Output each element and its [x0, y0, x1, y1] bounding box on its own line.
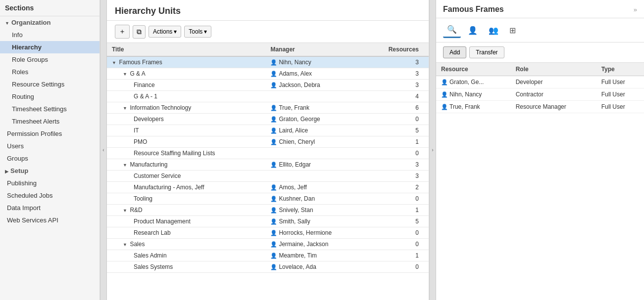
panel-col-type: Type	[596, 63, 644, 76]
person-icon: 👤	[270, 241, 277, 247]
table-row[interactable]: G & A - 14	[107, 91, 429, 102]
expand-icon: ▼	[123, 242, 128, 247]
panel-table-row[interactable]: 👤Graton, Ge...DeveloperFull User	[436, 76, 644, 88]
row-resources: 3	[365, 80, 429, 91]
panel-grid-icon-btn[interactable]: ⊞	[505, 23, 520, 38]
person-icon: 👤	[270, 139, 277, 145]
hierarchy-table-container: Title Manager Resources ▼ Famous Frames👤…	[107, 43, 429, 300]
expand-icon: ▼	[123, 72, 128, 77]
table-row[interactable]: PMO👤Chien, Cheryl1	[107, 136, 429, 148]
left-collapse-handle[interactable]: ‹	[100, 0, 107, 300]
table-row[interactable]: Sales Admin👤Meambre, Tim1	[107, 250, 429, 261]
table-row[interactable]: ▼ Information Technology👤True, Frank6	[107, 102, 429, 114]
sidebar-item-role-groups[interactable]: Role Groups	[0, 53, 99, 66]
panel-icons-bar: 🔍 👤 👥 ⊞	[436, 18, 644, 43]
timesheet-alerts-label: Timesheet Alerts	[12, 118, 59, 125]
row-manager: 👤True, Frank	[265, 102, 365, 114]
sidebar-header: Sections	[0, 0, 99, 16]
panel-table-row[interactable]: 👤True, FrankResource ManagerFull User	[436, 101, 644, 113]
sidebar-item-timesheet-alerts[interactable]: Timesheet Alerts	[0, 115, 99, 128]
resource-settings-label: Resource Settings	[12, 81, 64, 88]
table-row[interactable]: ▼ Sales👤Jermaine, Jackson0	[107, 239, 429, 250]
panel-person-icon-btn[interactable]: 👤	[464, 23, 482, 38]
table-row[interactable]: ▼ G & A👤Adams, Alex3	[107, 68, 429, 80]
sidebar-item-scheduled-jobs[interactable]: Scheduled Jobs	[0, 189, 99, 202]
panel-resources-table: Resource Role Type 👤Graton, Ge...Develop…	[436, 63, 644, 113]
panel-search-icon-btn[interactable]: 🔍	[443, 22, 461, 38]
sidebar-item-web-services-api[interactable]: Web Services API	[0, 214, 99, 226]
row-manager: 👤Chien, Cheryl	[265, 136, 365, 148]
sidebar: Sections Organization Info Hierarchy Rol…	[0, 0, 100, 300]
toolbar: ＋ ⧉ Actions ▾ Tools ▾	[107, 21, 429, 43]
row-resources: 2	[365, 182, 429, 193]
sidebar-item-setup[interactable]: Setup	[0, 165, 99, 177]
panel-row-resource: 👤True, Frank	[436, 101, 511, 113]
panel-row-resource: 👤Nihn, Nancy	[436, 88, 511, 101]
sidebar-item-permission-profiles[interactable]: Permission Profiles	[0, 128, 99, 140]
sidebar-item-resource-settings[interactable]: Resource Settings	[0, 78, 99, 90]
add-button[interactable]: ＋	[115, 25, 130, 39]
row-manager: 👤Smith, Sally	[265, 216, 365, 227]
setup-label: Setup	[10, 167, 28, 174]
table-row[interactable]: Finance👤Jackson, Debra3	[107, 80, 429, 91]
main-panel: Hierarchy Units ＋ ⧉ Actions ▾ Tools ▾ Ti…	[107, 0, 429, 300]
right-collapse-handle[interactable]: ›	[429, 0, 436, 300]
row-resources: 0	[365, 227, 429, 239]
row-title: Sales	[130, 241, 145, 248]
panel-row-type: Full User	[596, 88, 644, 101]
panel-table-row[interactable]: 👤Nihn, NancyContractorFull User	[436, 88, 644, 101]
sidebar-item-roles[interactable]: Roles	[0, 66, 99, 78]
row-title: IT	[134, 127, 139, 134]
row-resources: 0	[365, 239, 429, 250]
table-row[interactable]: Sales Systems👤Lovelace, Ada0	[107, 261, 429, 273]
sidebar-item-organization[interactable]: Organization	[0, 16, 99, 29]
sidebar-item-info[interactable]: Info	[0, 29, 99, 41]
sidebar-item-data-import[interactable]: Data Import	[0, 202, 99, 214]
hierarchy-table: Title Manager Resources ▼ Famous Frames👤…	[107, 43, 429, 273]
expand-icon: ▼	[112, 60, 117, 65]
person-icon: 👤	[270, 71, 277, 77]
sidebar-item-hierarchy[interactable]: Hierarchy	[0, 41, 99, 53]
transfer-button[interactable]: Transfer	[469, 46, 504, 58]
table-row[interactable]: Manufacturing - Amos, Jeff👤Amos, Jeff2	[107, 182, 429, 193]
web-services-api-label: Web Services API	[7, 216, 58, 224]
table-row[interactable]: Product Management👤Smith, Sally5	[107, 216, 429, 227]
table-row[interactable]: Research Lab👤Horrocks, Hermione0	[107, 227, 429, 239]
table-row[interactable]: ▼ Manufacturing👤Ellito, Edgar3	[107, 159, 429, 171]
expand-icon: ▼	[123, 208, 128, 213]
row-resources: 4	[365, 91, 429, 102]
clone-button[interactable]: ⧉	[133, 25, 146, 39]
panel-people-icon-btn[interactable]: 👥	[485, 23, 502, 38]
table-row[interactable]: IT👤Laird, Alice5	[107, 125, 429, 136]
sidebar-item-routing[interactable]: Routing	[0, 90, 99, 103]
table-row[interactable]: Customer Service3	[107, 171, 429, 182]
right-panel: Famous Frames » 🔍 👤 👥 ⊞ Add Transfer Res…	[436, 0, 644, 300]
table-row[interactable]: Tooling👤Kushner, Dan0	[107, 193, 429, 205]
tools-button[interactable]: Tools ▾	[184, 26, 211, 38]
table-row[interactable]: Resource Staffing Mailing Lists0	[107, 148, 429, 159]
person-icon: 👤	[270, 218, 277, 224]
row-manager: 👤Nihn, Nancy	[265, 56, 365, 68]
table-row[interactable]: ▼ Famous Frames👤Nihn, Nancy3	[107, 56, 429, 68]
actions-button[interactable]: Actions ▾	[149, 26, 181, 38]
row-manager: 👤Lovelace, Ada	[265, 261, 365, 273]
panel-row-resource: 👤Graton, Ge...	[436, 76, 511, 88]
panel-collapse-icon[interactable]: »	[634, 6, 637, 13]
info-label: Info	[12, 31, 23, 39]
publishing-label: Publishing	[7, 179, 37, 187]
sidebar-item-publishing[interactable]: Publishing	[0, 177, 99, 189]
row-resources: 5	[365, 216, 429, 227]
row-title: Resource Staffing Mailing Lists	[134, 150, 215, 157]
sidebar-item-timesheet-settings[interactable]: Timesheet Settings	[0, 103, 99, 115]
add-resource-button[interactable]: Add	[443, 46, 466, 58]
expand-icon: ▼	[123, 106, 128, 111]
person-icon: 👤	[270, 264, 277, 270]
table-row[interactable]: Developers👤Graton, George0	[107, 114, 429, 125]
row-manager: 👤Laird, Alice	[265, 125, 365, 136]
sidebar-item-groups[interactable]: Groups	[0, 152, 99, 165]
table-row[interactable]: ▼ R&D👤Snively, Stan1	[107, 205, 429, 216]
person-icon: 👤	[441, 79, 448, 85]
sidebar-item-users[interactable]: Users	[0, 140, 99, 152]
routing-label: Routing	[12, 93, 34, 100]
row-manager: 👤Horrocks, Hermione	[265, 227, 365, 239]
